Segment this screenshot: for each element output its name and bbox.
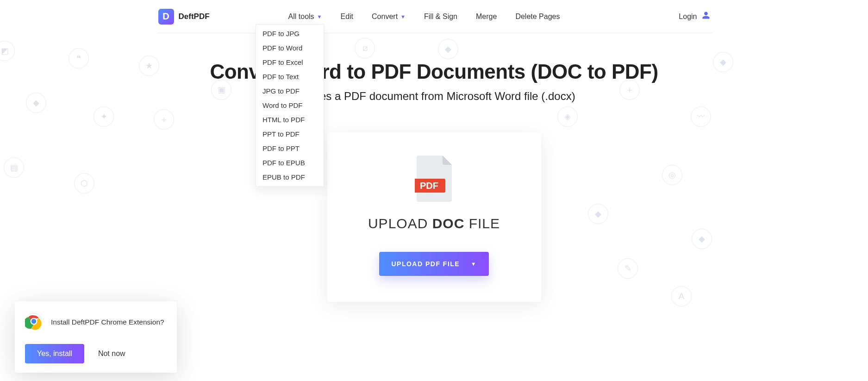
dropdown-item[interactable]: EPUB to PDF [256, 170, 324, 184]
chevron-down-icon: ▼ [471, 261, 476, 267]
chrome-icon [25, 312, 43, 332]
upload-card: PDF UPLOAD DOC FILE UPLOAD PDF FILE ▼ [327, 132, 541, 302]
nav-label: All tools [288, 12, 314, 21]
person-icon [702, 11, 710, 22]
upload-label: UPLOAD DOC FILE [341, 216, 527, 231]
nav-fill-sign[interactable]: Fill & Sign [424, 12, 457, 21]
convert-dropdown: PDF to JPG PDF to Word PDF to Excel PDF … [256, 24, 324, 187]
svg-point-3 [31, 319, 36, 324]
chrome-extension-prompt: Install DeftPDF Chrome Extension? Yes, i… [15, 301, 177, 373]
dropdown-item[interactable]: PDF to Excel [256, 55, 324, 69]
page-title: Convert Word to PDF Documents (DOC to PD… [0, 60, 868, 83]
primary-nav: All tools ▼ Edit Convert ▼ Fill & Sign M… [288, 12, 679, 21]
dropdown-item[interactable]: HTML to PDF [256, 112, 324, 127]
bg-decor-icon: ◆ [438, 39, 458, 59]
nav-label: Convert [372, 12, 398, 21]
nav-edit[interactable]: Edit [340, 12, 353, 21]
dropdown-item[interactable]: PDF to Text [256, 69, 324, 84]
upload-text-bold: DOC [432, 216, 465, 231]
upload-text-suffix: FILE [464, 216, 500, 231]
chevron-down-icon: ▼ [400, 14, 406, 19]
chevron-down-icon: ▼ [317, 14, 322, 19]
nav-merge[interactable]: Merge [476, 12, 497, 21]
nav-all-tools[interactable]: All tools ▼ [288, 12, 322, 21]
login-link[interactable]: Login [679, 11, 710, 22]
upload-button[interactable]: UPLOAD PDF FILE ▼ [379, 252, 488, 276]
dropdown-item[interactable]: PDF to Word [256, 41, 324, 55]
logo-badge: D [158, 9, 174, 25]
dismiss-extension-button[interactable]: Not now [98, 350, 125, 358]
dropdown-item[interactable]: PDF to JPG [256, 26, 324, 41]
login-label: Login [679, 12, 697, 21]
main-header: D DeftPDF All tools ▼ Edit Convert ▼ Fil… [156, 0, 712, 33]
dropdown-item[interactable]: PDF to PPT [256, 141, 324, 156]
nav-convert[interactable]: Convert ▼ [372, 12, 406, 21]
install-extension-button[interactable]: Yes, install [25, 344, 84, 363]
bg-decor-icon: ⧄ [355, 38, 375, 58]
logo-text: DeftPDF [179, 12, 210, 21]
upload-text-prefix: UPLOAD [368, 216, 432, 231]
dropdown-item[interactable]: JPG to PDF [256, 84, 324, 98]
page-subtitle: Creates a PDF document from Microsoft Wo… [0, 90, 868, 103]
nav-delete-pages[interactable]: Delete Pages [515, 12, 560, 21]
dropdown-item[interactable]: PDF to EPUB [256, 156, 324, 170]
bg-decor-icon: ◩ [0, 41, 15, 61]
brand-logo[interactable]: D DeftPDF [158, 9, 210, 25]
extension-prompt-message: Install DeftPDF Chrome Extension? [51, 318, 164, 326]
main-content: Convert Word to PDF Documents (DOC to PD… [0, 60, 868, 302]
upload-button-label: UPLOAD PDF FILE [391, 260, 460, 268]
dropdown-item[interactable]: PPT to PDF [256, 127, 324, 141]
dropdown-item[interactable]: Word to PDF [256, 98, 324, 112]
pdf-file-icon: PDF [341, 156, 527, 202]
svg-text:PDF: PDF [420, 181, 438, 191]
